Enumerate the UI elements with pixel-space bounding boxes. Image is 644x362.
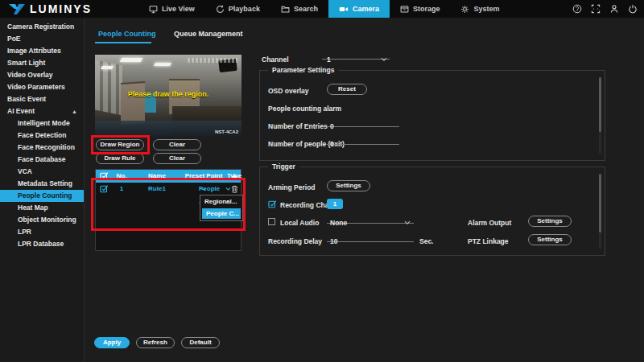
sidebar-item-lpr[interactable]: LPR xyxy=(0,226,84,238)
nav-system[interactable]: System xyxy=(450,0,510,18)
nav-label: Search xyxy=(294,5,318,13)
power-icon[interactable] xyxy=(628,4,638,14)
sidebar: Camera Registration PoE Image Attributes… xyxy=(0,18,85,362)
dropdown-option-people-counting[interactable]: People C... xyxy=(202,208,241,219)
sidebar-item-face-recognition[interactable]: Face Recognition xyxy=(0,142,84,154)
monitor-icon xyxy=(149,5,158,14)
tab-people-counting[interactable]: People Counting xyxy=(98,30,156,38)
osd-reset-button[interactable]: Reset xyxy=(327,84,367,95)
osd-timestamp xyxy=(188,58,237,63)
channel-select[interactable]: 1 xyxy=(322,50,390,60)
draw-region-button[interactable]: Draw Region xyxy=(96,139,144,150)
sidebar-item-video-parameters[interactable]: Video Parameters xyxy=(0,81,84,93)
refresh-button[interactable]: Refresh xyxy=(136,337,175,348)
trigger-section: Trigger Arming Period Settings Recording… xyxy=(259,167,605,256)
type-dropdown-menu: Regional... People C... xyxy=(200,195,243,221)
sidebar-item-vca[interactable]: VCA xyxy=(0,166,84,178)
row-check-icon[interactable] xyxy=(100,184,109,193)
scrollbar-thumb[interactable] xyxy=(599,77,601,132)
scene-ceiling-light xyxy=(120,58,143,62)
ptz-linkage-settings-button[interactable]: Settings xyxy=(528,234,572,245)
cell-no: 1 xyxy=(110,183,133,195)
dropdown-option-regional[interactable]: Regional... xyxy=(200,195,242,208)
sidebar-item-smart-light[interactable]: Smart Light xyxy=(0,57,84,69)
nav-search[interactable]: Search xyxy=(270,0,328,18)
arming-period-label: Arming Period xyxy=(268,183,316,191)
sidebar-item-people-counting[interactable]: People Counting xyxy=(0,190,84,202)
tab-queue-management[interactable]: Queue Management xyxy=(174,30,243,38)
sidebar-item-label: AI Event xyxy=(7,107,35,115)
nav-camera[interactable]: Camera xyxy=(328,0,390,18)
recording-channel-chip[interactable]: 1 xyxy=(327,199,343,209)
osd-camera-label: NST-4CA2 xyxy=(215,130,238,134)
sidebar-item-poe[interactable]: PoE xyxy=(0,33,84,45)
column-header-name: Name xyxy=(134,170,180,183)
recording-channel-checkbox-checked[interactable] xyxy=(268,200,277,208)
sidebar-item-basic-event[interactable]: Basic Event xyxy=(0,93,84,105)
local-audio-select[interactable]: None xyxy=(327,214,414,224)
nav-label: System xyxy=(473,5,499,13)
camera-icon xyxy=(339,5,349,14)
scrollbar-thumb[interactable] xyxy=(599,174,601,232)
table-row[interactable]: 1 Rule1 -- People ... xyxy=(96,183,241,195)
delete-rule-icon[interactable] xyxy=(231,185,238,193)
apply-button[interactable]: Apply xyxy=(94,337,130,348)
nav-live-view[interactable]: Live View xyxy=(138,0,205,18)
number-of-entries-value: 0 xyxy=(330,122,334,130)
sidebar-item-object-monitoring[interactable]: Object Monitoring xyxy=(0,214,84,226)
sidebar-item-camera-registration[interactable]: Camera Registration xyxy=(0,21,84,33)
playback-icon xyxy=(216,5,225,14)
trigger-title: Trigger xyxy=(268,162,299,171)
capture-icon[interactable] xyxy=(591,4,601,14)
clear-region-button[interactable]: Clear xyxy=(153,139,201,150)
column-header-no: No. xyxy=(110,170,133,183)
alarm-output-settings-button[interactable]: Settings xyxy=(528,216,572,227)
sidebar-item-image-attributes[interactable]: Image Attributes xyxy=(0,45,84,57)
default-button[interactable]: Default xyxy=(181,337,220,348)
clear-rule-button[interactable]: Clear xyxy=(153,153,201,164)
chevron-up-icon: ▲ xyxy=(72,105,77,117)
app-window: LUMINYS Live View Playback Search xyxy=(0,0,644,362)
user-icon[interactable] xyxy=(609,4,619,14)
nav-label: Live View xyxy=(162,5,195,13)
help-icon[interactable] xyxy=(572,4,582,14)
number-of-people-exit-input[interactable]: 0 xyxy=(327,135,399,145)
number-of-people-exit-value: 0 xyxy=(330,140,334,148)
local-audio-checkbox[interactable] xyxy=(268,218,275,225)
chevron-down-icon[interactable] xyxy=(225,187,231,191)
draw-rule-button[interactable]: Draw Rule xyxy=(96,153,144,164)
brand-name: LUMINYS xyxy=(30,2,92,15)
sidebar-item-video-overlay[interactable]: Video Overlay xyxy=(0,69,84,81)
storage-icon xyxy=(400,5,409,14)
scene-floor xyxy=(95,121,242,137)
sidebar-item-heat-map[interactable]: Heat Map xyxy=(0,202,84,214)
arming-period-settings-button[interactable]: Settings xyxy=(327,180,370,191)
recording-delay-input[interactable]: 10 xyxy=(327,232,414,242)
active-tab-underline xyxy=(95,42,151,43)
cell-name: Rule1 xyxy=(134,183,180,195)
sidebar-item-ai-event[interactable]: AI Event ▲ xyxy=(0,105,84,117)
column-header-preset-point: Preset Point xyxy=(180,170,228,183)
sidebar-item-metadata-setting[interactable]: Metadata Setting xyxy=(0,178,84,190)
nav-playback[interactable]: Playback xyxy=(205,0,270,18)
scrollbar[interactable] xyxy=(599,77,601,154)
scrollbar[interactable] xyxy=(599,174,601,249)
brand-logo: LUMINYS xyxy=(0,2,92,15)
channel-label: Channel xyxy=(262,56,289,64)
add-rule-button[interactable]: + xyxy=(228,170,241,183)
number-of-entries-label: Number of Entries xyxy=(268,122,328,130)
select-all-check-icon[interactable] xyxy=(100,171,109,180)
number-of-entries-input[interactable]: 0 xyxy=(327,117,399,127)
nav-storage[interactable]: Storage xyxy=(390,0,451,18)
sidebar-item-face-database[interactable]: Face Database xyxy=(0,154,84,166)
recording-delay-label: Recording Delay xyxy=(268,237,322,245)
sidebar-item-face-detection[interactable]: Face Detection xyxy=(0,130,84,142)
nav-label: Playback xyxy=(229,5,260,13)
local-audio-value: None xyxy=(330,219,347,227)
chevron-down-icon xyxy=(381,57,387,62)
sidebar-item-lpr-database[interactable]: LPR Database xyxy=(0,238,84,250)
camera-preview[interactable]: Please draw the region. NST-4CA2 xyxy=(95,55,242,137)
sidebar-item-intelligent-mode[interactable]: Intelligent Mode xyxy=(0,117,84,130)
scene-partition xyxy=(121,81,145,125)
scene-ceiling-light xyxy=(101,66,114,69)
